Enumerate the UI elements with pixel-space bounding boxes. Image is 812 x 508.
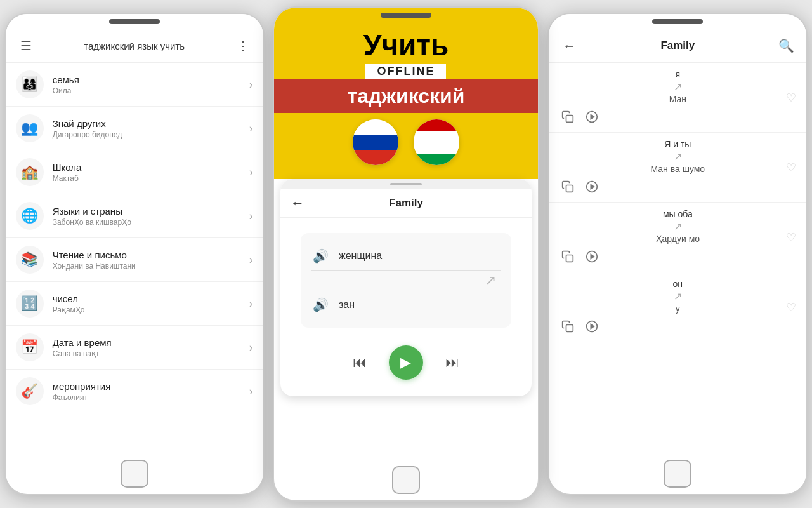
right-header: ← Family 🔍	[549, 29, 806, 63]
status-notch	[652, 19, 703, 24]
home-button[interactable]	[121, 460, 148, 488]
favorite-icon[interactable]: ♡	[786, 161, 796, 175]
center-status-bar	[274, 8, 538, 23]
item-label-activities: мероприятия	[53, 381, 249, 392]
drag-bar	[390, 183, 422, 185]
vocab-actions	[559, 178, 796, 196]
favorite-icon[interactable]: ♡	[786, 231, 796, 244]
vocab-word-ru: я	[559, 69, 796, 79]
list-item[interactable]: 👥 Знай других Дигаронро бидонед ›	[6, 107, 263, 150]
item-label-reading: Чтение и письмо	[53, 250, 249, 260]
vocab-arrow: ↗	[559, 220, 796, 232]
svg-marker-11	[591, 324, 594, 329]
chevron-icon: ›	[249, 385, 253, 398]
item-sublabel-datetime: Сана ва вақт	[53, 349, 249, 358]
vocab-word-ru: он	[559, 279, 796, 289]
home-button[interactable]	[664, 460, 691, 488]
play-button[interactable]: ▶	[389, 345, 423, 380]
offline-label-wrapper: OFFLINE	[274, 60, 538, 79]
item-label-numbers: чисел	[53, 293, 249, 304]
item-icon-school: 🏫	[16, 158, 44, 186]
item-sublabel-numbers: РақамҲо	[53, 305, 249, 314]
item-icon-languages: 🌐	[16, 202, 44, 230]
vocab-actions	[559, 108, 796, 126]
item-icon-datetime: 📅	[16, 333, 44, 361]
list-item[interactable]: 📅 Дата и время Сана ва вақт ›	[6, 326, 263, 370]
skip-back-button[interactable]: ⏮	[348, 351, 371, 374]
item-icon-family: 👨‍👩‍👧	[16, 70, 44, 98]
copy-icon[interactable]	[559, 248, 577, 265]
status-notch	[381, 13, 431, 18]
vocab-actions	[559, 318, 796, 335]
status-notch	[109, 19, 160, 24]
vocab-word-tj: Ман	[559, 94, 796, 104]
vocab-list: я ↗ Ман ♡ Я и ты ↗ Ман ва шумо	[549, 63, 806, 457]
back-button[interactable]: ←	[291, 195, 304, 211]
left-phone: ☰ таджикский язык учить ⋮ 👨‍👩‍👧 семья Ои…	[4, 13, 265, 495]
vocab-item: Я и ты ↗ Ман ва шумо ♡	[549, 133, 806, 203]
app-header-title: таджикский язык учить	[36, 41, 233, 51]
back-button[interactable]: ←	[559, 36, 579, 56]
chevron-icon: ›	[249, 166, 253, 179]
tajik-label: таджикский	[274, 79, 538, 113]
copy-icon[interactable]	[559, 108, 577, 126]
copy-icon[interactable]	[559, 318, 577, 335]
list-item[interactable]: 🔢 чисел РақамҲо ›	[6, 282, 263, 326]
copy-icon[interactable]	[559, 178, 577, 196]
item-label-datetime: Дата и время	[53, 337, 249, 348]
play-icon[interactable]	[583, 178, 601, 196]
svg-marker-5	[591, 185, 594, 189]
menu-icon[interactable]: ☰	[16, 36, 36, 56]
word-tajik: зан	[339, 299, 501, 311]
center-top-banner: Учить OFFLINE таджикский	[274, 23, 538, 179]
chevron-icon: ›	[249, 122, 253, 135]
word-row-ru: 🔊 женщина	[311, 242, 501, 271]
item-text-others: Знай других Дигаронро бидонед	[53, 118, 249, 139]
player-controls: ⏮ ▶ ⏭	[291, 337, 521, 390]
chevron-icon: ›	[249, 78, 253, 91]
item-icon-reading: 📚	[16, 246, 44, 274]
item-text-activities: мероприятия Фаъолият	[53, 381, 249, 402]
play-icon[interactable]	[583, 108, 601, 126]
play-icon[interactable]	[583, 248, 601, 265]
home-button[interactable]	[392, 466, 420, 494]
item-text-family: семья Оила	[53, 74, 249, 95]
list-item[interactable]: 🏫 Школа Мактаб ›	[6, 150, 263, 194]
menu-list: 👨‍👩‍👧 семья Оила › 👥 Знай других Дигарон…	[6, 63, 263, 413]
vocab-word-ru: Я и ты	[559, 139, 796, 149]
list-item[interactable]: 👨‍👩‍👧 семья Оила ›	[6, 63, 263, 107]
lesson-title: Family	[389, 197, 423, 210]
sound-button-tj[interactable]: 🔊	[311, 295, 331, 315]
favorite-icon[interactable]: ♡	[786, 91, 796, 105]
item-text-datetime: Дата и время Сана ва вақт	[53, 337, 249, 358]
flag-tajikistan	[414, 119, 459, 165]
right-header-title: Family	[579, 39, 776, 52]
item-text-languages: Языки и страны ЗабонҲо ва кишварҲо	[53, 206, 249, 227]
lesson-card: ← Family 🔊 женщина ↗ 🔊 зан ⏮	[280, 179, 532, 396]
vocab-word-ru: мы оба	[559, 209, 796, 219]
item-icon-numbers: 🔢	[16, 290, 44, 318]
left-app-header: ☰ таджикский язык учить ⋮	[6, 29, 263, 63]
svg-marker-2	[591, 115, 594, 119]
item-sublabel-others: Дигаронро бидонед	[53, 130, 249, 139]
play-icon[interactable]	[583, 318, 601, 335]
chevron-icon: ›	[249, 341, 253, 354]
svg-rect-3	[566, 185, 573, 192]
item-label-school: Школа	[53, 162, 249, 173]
vocab-word-tj: Ман ва шумо	[559, 164, 796, 174]
item-text-reading: Чтение и письмо Хондани ва Навиштани	[53, 250, 249, 271]
search-icon[interactable]: 🔍	[776, 36, 796, 56]
vocab-word-tj: Ҳардуи мо	[559, 234, 796, 244]
vocab-item: мы оба ↗ Ҳардуи мо ♡	[549, 203, 806, 272]
right-status-bar	[549, 14, 806, 29]
list-item[interactable]: 📚 Чтение и письмо Хондани ва Навиштани ›	[6, 238, 263, 282]
favorite-icon[interactable]: ♡	[786, 300, 796, 314]
skip-forward-button[interactable]: ⏭	[441, 351, 464, 374]
lesson-header: ← Family	[280, 189, 532, 218]
list-item[interactable]: 🎸 мероприятия Фаъолият ›	[6, 370, 263, 413]
sound-button-ru[interactable]: 🔊	[311, 246, 331, 266]
svg-rect-9	[566, 325, 573, 332]
list-item[interactable]: 🌐 Языки и страны ЗабонҲо ва кишварҲо ›	[6, 194, 263, 238]
translate-arrow-icon: ↗	[485, 272, 496, 289]
more-icon[interactable]: ⋮	[233, 36, 253, 56]
